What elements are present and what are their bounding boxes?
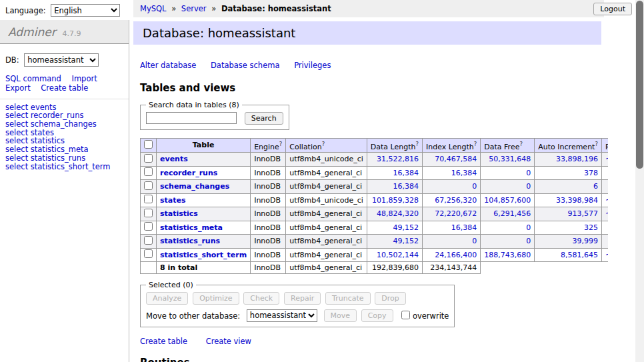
create-view-link[interactable]: Create view (206, 337, 251, 346)
auto-increment-link[interactable]: 6 (535, 180, 602, 194)
auto-increment-link[interactable]: 33,398,984 (535, 193, 602, 207)
search-button[interactable]: Search (245, 112, 283, 125)
analyze-button[interactable]: Analyze (146, 292, 188, 305)
data-length-link[interactable]: 48,824,320 (367, 207, 422, 221)
truncate-button[interactable]: Truncate (325, 292, 370, 305)
data-length-link[interactable]: 10,502,144 (367, 248, 422, 262)
data-free-link[interactable]: 6,291,456 (481, 207, 535, 221)
table-name-link[interactable]: statistics_meta (160, 223, 223, 232)
row-select-checkbox[interactable] (144, 154, 153, 163)
index-length-link[interactable]: 16,384 (423, 221, 481, 235)
sidebar-item-select-statistics-meta[interactable]: select statistics_meta (5, 145, 123, 154)
auto-increment-link[interactable]: 913,577 (535, 207, 602, 221)
data-length-link[interactable]: 16,384 (367, 180, 422, 194)
auto-increment-link[interactable]: 325 (535, 221, 602, 235)
search-input[interactable] (146, 112, 237, 124)
table-name-link[interactable]: recorder_runs (160, 169, 217, 177)
row-select-checkbox[interactable] (144, 209, 153, 217)
data-length-link[interactable]: 49,152 (367, 235, 422, 249)
repair-button[interactable]: Repair (284, 292, 321, 305)
sidebar-item-select-statistics-short-term[interactable]: select statistics_short_term (5, 163, 123, 171)
create-table-link[interactable]: Create table (140, 337, 187, 346)
privileges-link[interactable]: Privileges (294, 61, 331, 70)
auto-increment-link[interactable]: 33,898,196 (535, 153, 602, 167)
select-all-checkbox[interactable] (144, 140, 153, 149)
collation-cell: utf8mb4_general_ci (286, 180, 367, 194)
row-select-checkbox[interactable] (144, 236, 153, 245)
data-length-link[interactable]: 49,152 (367, 221, 422, 235)
rows-count-link[interactable]: ~ 299,833 (601, 193, 608, 207)
help-icon[interactable]: ? (474, 141, 477, 147)
sidebar-link-export[interactable]: Export (5, 83, 31, 93)
index-length-link[interactable]: 16,384 (423, 166, 481, 180)
language-select[interactable]: English (51, 4, 120, 17)
selected-legend: Selected (0) (146, 281, 196, 289)
breadcrumb-server-link[interactable]: Server (181, 4, 207, 13)
total-data-length: 192,839,680 (367, 262, 422, 274)
auto-increment-link[interactable]: 39,999 (535, 235, 602, 249)
optimize-button[interactable]: Optimize (193, 292, 239, 305)
index-length-link[interactable]: 67,256,320 (423, 193, 481, 207)
database-schema-link[interactable]: Database schema (211, 61, 279, 70)
check-button[interactable]: Check (243, 292, 279, 305)
data-free-link[interactable]: 0 (481, 166, 535, 180)
auto-increment-link[interactable]: 8,581,645 (535, 248, 602, 262)
index-length-link[interactable]: 0 (423, 180, 481, 194)
table-name-link[interactable]: statistics (160, 209, 198, 218)
drop-button[interactable]: Drop (375, 292, 405, 305)
index-length-link[interactable]: 24,166,400 (423, 248, 481, 262)
data-free-link[interactable]: 0 (481, 221, 535, 235)
sidebar-item-select-schema-changes[interactable]: select schema_changes (5, 120, 123, 129)
logout-button[interactable]: Logout (593, 3, 632, 15)
overwrite-checkbox[interactable] (401, 311, 410, 319)
help-icon[interactable]: ? (519, 141, 523, 147)
sidebar-link-import[interactable]: Import (71, 74, 97, 83)
table-name-link[interactable]: statistics_runs (160, 237, 220, 245)
sidebar-link-sql-command[interactable]: SQL command (5, 74, 61, 83)
table-name-link[interactable]: events (160, 155, 188, 163)
table-name-link[interactable]: schema_changes (160, 182, 229, 191)
rows-count-link[interactable]: ~ 569,159 (601, 207, 608, 221)
index-length-link[interactable]: 0 (423, 235, 481, 249)
collation-cell: utf8mb4_general_ci (286, 207, 367, 221)
table-name-link[interactable]: states (160, 196, 186, 205)
vertical-scrollbar[interactable] (635, 0, 644, 362)
index-length-link[interactable]: 70,467,584 (423, 153, 481, 167)
data-length-link[interactable]: 31,522,816 (367, 153, 422, 167)
scrollbar-thumb[interactable] (636, 1, 643, 169)
sidebar-link-create-table[interactable]: Create table (41, 83, 88, 93)
row-select-checkbox[interactable] (144, 249, 153, 258)
db-select[interactable]: homeassistant (24, 53, 99, 67)
help-icon[interactable]: ? (416, 141, 419, 147)
row-select-checkbox[interactable] (144, 222, 153, 231)
row-select-checkbox[interactable] (144, 181, 153, 190)
data-free-link[interactable]: 104,857,600 (481, 193, 535, 207)
row-select-checkbox[interactable] (144, 167, 153, 176)
rows-count-link[interactable]: ~ 312,180 (601, 153, 608, 167)
rows-count-link[interactable]: ~ 5 (601, 166, 608, 180)
rows-count-link[interactable]: ~ 244 (601, 221, 608, 235)
help-icon[interactable]: ? (595, 141, 598, 147)
index-length-link[interactable]: 72,220,672 (423, 207, 481, 221)
help-icon[interactable]: ? (279, 141, 283, 147)
alter-database-link[interactable]: Alter database (140, 61, 196, 70)
copy-button[interactable]: Copy (361, 309, 393, 322)
data-length-link[interactable]: 101,859,328 (367, 193, 422, 207)
rows-count-link[interactable]: ~ 628 (601, 235, 608, 249)
breadcrumb-mysql-link[interactable]: MySQL (140, 4, 167, 13)
data-free-link[interactable]: 188,743,680 (481, 248, 535, 262)
row-select-checkbox[interactable] (144, 195, 153, 203)
data-free-link[interactable]: 0 (481, 235, 535, 249)
data-length-link[interactable]: 16,384 (367, 166, 422, 180)
move-button[interactable]: Move (324, 309, 357, 322)
help-icon[interactable]: ? (322, 141, 325, 147)
data-free-link[interactable]: 0 (481, 180, 535, 194)
table-name-link[interactable]: statistics_short_term (160, 251, 247, 259)
rows-count-link[interactable]: ~ 136,108 (601, 248, 608, 262)
move-database-select[interactable]: homeassistant (247, 309, 317, 322)
rows-count-link[interactable]: ~ 3 (601, 180, 608, 194)
row-select-cell (141, 166, 157, 180)
auto-increment-link[interactable]: 378 (535, 166, 602, 180)
data-free-link[interactable]: 50,331,648 (481, 153, 535, 167)
sidebar-item-select-statistics-runs[interactable]: select statistics_runs (5, 154, 123, 163)
